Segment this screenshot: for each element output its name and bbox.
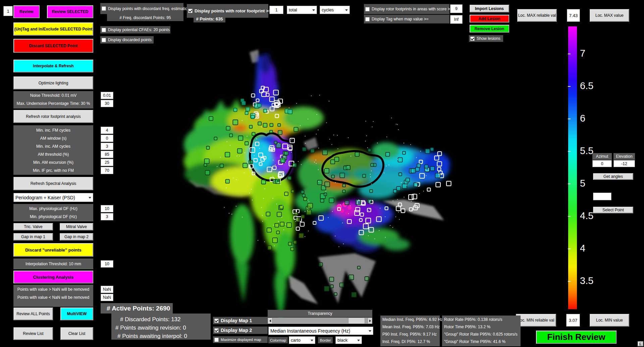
display-map2-checkbox[interactable] bbox=[214, 328, 219, 333]
loc-max-reliable-button[interactable]: Loc. MAX reliable val bbox=[517, 9, 557, 22]
multiview-button[interactable]: MultiVIEW bbox=[60, 307, 93, 320]
discordant-checkbox-row[interactable]: Display points with discordant freq. est… bbox=[100, 3, 183, 14]
add-lesion-button[interactable]: Add Lesion bbox=[470, 15, 509, 22]
df-param-field[interactable] bbox=[101, 213, 113, 220]
cfae-checkbox-row[interactable]: Display potential CFAEs: 20 points bbox=[100, 26, 170, 33]
nan-rule-label: Points with value > NaN will be removed bbox=[13, 286, 93, 293]
slider-left-arrow[interactable] bbox=[268, 318, 272, 324]
optimize-lighting-button[interactable]: Optimize lighting bbox=[13, 76, 93, 89]
rotor-param-field[interactable] bbox=[101, 151, 113, 158]
psd-method-dropdown[interactable]: Periodogram + Kaiser (PSD) bbox=[13, 193, 93, 202]
group-rotor-time: "Group" Rotor Time P95%: 41.6 % bbox=[444, 339, 505, 344]
discordant-checkbox[interactable] bbox=[102, 6, 106, 11]
tag-checkbox[interactable] bbox=[365, 17, 370, 21]
gap-map1-button[interactable]: Gap in map 1 bbox=[13, 233, 53, 240]
clustering-analysis-button[interactable]: Clustering Analysis bbox=[13, 271, 93, 283]
loc-min-reliable-button[interactable]: Loc. MIN reliable val bbox=[516, 314, 556, 327]
elevation-field[interactable] bbox=[613, 160, 635, 167]
nan-upper-field[interactable] bbox=[101, 286, 113, 293]
colormap-dropdown[interactable]: carto bbox=[289, 336, 315, 344]
nan-lower-field[interactable] bbox=[101, 294, 113, 301]
colorbar-tick: 4 bbox=[580, 243, 585, 254]
slider-thumb[interactable] bbox=[348, 318, 365, 324]
colorbar bbox=[568, 26, 577, 309]
rotor-param-field[interactable] bbox=[101, 127, 113, 134]
display-map1-row[interactable]: Display Map 1 bbox=[213, 317, 268, 324]
display-map1-label: Display Map 1 bbox=[221, 318, 252, 323]
maximize-map-row[interactable]: Maximize displayed map bbox=[213, 336, 268, 343]
atrial-3d-map[interactable] bbox=[0, 0, 644, 347]
gap-map2-button[interactable]: Gap in map 2 bbox=[60, 233, 93, 240]
review-selected-button[interactable]: Review SELECTED bbox=[47, 5, 93, 18]
cfae-checkbox[interactable] bbox=[102, 28, 106, 32]
colorbar-tick: 3.5 bbox=[580, 275, 593, 286]
score-checkbox[interactable] bbox=[365, 7, 370, 11]
rotor-cycles-dropdown[interactable]: cycles bbox=[320, 6, 350, 14]
maximize-map-checkbox[interactable] bbox=[214, 338, 219, 342]
discard-selected-button[interactable]: Discard SELECTED Point bbox=[13, 39, 93, 53]
azimut-field[interactable] bbox=[592, 160, 612, 167]
border-value: black bbox=[336, 338, 347, 343]
display-map1-checkbox[interactable] bbox=[214, 319, 219, 323]
rotor-param-field[interactable] bbox=[101, 143, 113, 150]
import-lesions-button[interactable]: Import Lesions bbox=[470, 5, 509, 12]
interp-threshold-field[interactable] bbox=[101, 260, 113, 268]
noise-threshold-field[interactable] bbox=[101, 92, 113, 99]
rotor-param-field[interactable] bbox=[101, 167, 113, 174]
undernoise-label: Max. Undernoise Percentage Time: 30 % bbox=[13, 100, 93, 107]
show-lesions-checkbox[interactable] bbox=[470, 37, 475, 41]
untag-include-button[interactable]: (Un)Tag and In/Exclude SELECTED Point bbox=[13, 22, 93, 36]
point-value-field[interactable] bbox=[593, 193, 611, 200]
min-value-field[interactable] bbox=[566, 314, 580, 327]
select-point-button[interactable]: Select Point bbox=[593, 207, 633, 213]
remove-lesion-button[interactable]: Remove Lesion bbox=[470, 25, 509, 32]
loc-min-value-button[interactable]: Loc. MIN value bbox=[590, 314, 629, 327]
rotor-footprint-checkbox[interactable] bbox=[188, 9, 193, 13]
mitral-valve-button[interactable]: Mitral Valve bbox=[60, 223, 93, 230]
score-field[interactable] bbox=[450, 4, 463, 13]
get-angles-button[interactable]: Get angles bbox=[593, 173, 633, 180]
border-dropdown[interactable]: black bbox=[335, 336, 362, 344]
finish-review-button[interactable]: Finish Review bbox=[536, 331, 616, 344]
review-all-button[interactable]: Review ALL Points bbox=[13, 307, 53, 320]
rotor-param-field[interactable] bbox=[101, 135, 113, 142]
loc-max-value-button[interactable]: Loc. MAX value bbox=[590, 9, 629, 22]
ep-mapping-application: Review Review SELECTED (Un)Tag and In/Ex… bbox=[0, 0, 644, 347]
show-lesions-row[interactable]: Show lesions bbox=[469, 35, 503, 42]
display-map2-row[interactable]: Display Map 2 bbox=[213, 327, 268, 334]
review-button[interactable]: Review bbox=[13, 5, 40, 18]
rotor-total-dropdown[interactable]: total bbox=[287, 6, 317, 14]
cfae-label: Display potential CFAEs: 20 points bbox=[108, 27, 170, 32]
colorbar-tick: 7 bbox=[580, 48, 585, 59]
slider-right-arrow[interactable] bbox=[368, 318, 372, 324]
rotor-time: Rotor Time P95%: 13.2 % bbox=[444, 325, 490, 329]
interpolate-refresh-button[interactable]: Interpolate & Refresh bbox=[13, 60, 93, 72]
discard-unreliable-button[interactable]: Discard "unreliable" points bbox=[13, 243, 93, 257]
edit-mode-button[interactable]: E bbox=[638, 341, 643, 346]
review-list-button[interactable]: Review List bbox=[13, 327, 53, 340]
df-param-label: Max. physiological DF (Hz) bbox=[13, 205, 93, 212]
nan-rule-label: Points with value < NaN will be removed bbox=[13, 294, 93, 301]
rotor-param-field[interactable] bbox=[101, 159, 113, 166]
tric-valve-button[interactable]: Tric. Valve bbox=[13, 223, 53, 230]
max-value-field[interactable] bbox=[567, 9, 580, 22]
tag-checkbox-row[interactable]: Display Tag when map value >= bbox=[364, 15, 449, 23]
chevron-down-icon bbox=[343, 6, 350, 14]
rotor-param-label: AM window (s) bbox=[13, 135, 93, 142]
undernoise-field[interactable] bbox=[101, 100, 113, 107]
refresh-rotor-footprint-button[interactable]: Refresh rotor footprint analysis bbox=[13, 110, 93, 123]
tag-field[interactable] bbox=[450, 15, 463, 24]
transparency-label: Transparency bbox=[268, 310, 372, 317]
rotor-param-label: Min. AM excursion (%) bbox=[13, 159, 93, 166]
clear-list-button[interactable]: Clear List bbox=[60, 327, 93, 340]
refresh-spectral-button[interactable]: Refresh Spectral Analysis bbox=[13, 177, 93, 190]
score-checkbox-row[interactable]: Display rotor footprints in areas with s… bbox=[364, 4, 449, 14]
maximize-map-label: Maximize displayed map bbox=[221, 338, 261, 342]
point-index-field[interactable] bbox=[3, 6, 13, 16]
map2-quantity-dropdown[interactable]: Median Instantaneous Frequency (Hz) bbox=[268, 327, 373, 335]
df-param-field[interactable] bbox=[101, 205, 113, 212]
discarded-checkbox[interactable] bbox=[102, 38, 106, 42]
rotor-footprint-field[interactable] bbox=[269, 6, 283, 14]
transparency-slider[interactable] bbox=[268, 318, 372, 324]
discarded-checkbox-row[interactable]: Display discarded points bbox=[100, 36, 154, 44]
